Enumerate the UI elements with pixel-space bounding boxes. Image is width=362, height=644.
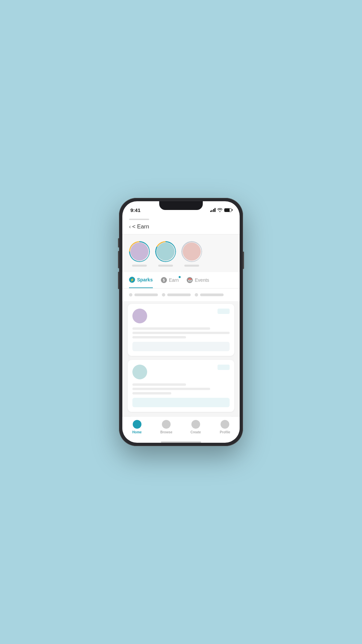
filter-chip-2[interactable]	[162, 293, 191, 297]
back-chevron-icon: ‹	[129, 224, 131, 230]
card-1-line-3	[132, 336, 186, 338]
volume-down-button	[118, 272, 119, 289]
signal-bar-3	[213, 209, 214, 212]
create-nav-label: Create	[190, 430, 201, 434]
filter-dot-1	[129, 293, 132, 297]
battery-icon	[224, 208, 232, 212]
battery-fill	[225, 209, 230, 212]
home-nav-icon	[133, 420, 141, 429]
story-avatar-inner-2	[157, 243, 175, 261]
tab-earn[interactable]: $ Earn	[161, 272, 179, 288]
signal-bar-2	[212, 210, 213, 212]
card-1-avatar	[132, 309, 147, 323]
card-2-line-3	[132, 392, 171, 394]
page-title: < Earn	[132, 223, 149, 230]
cards-container	[122, 301, 240, 416]
tab-events-label: Events	[195, 277, 209, 283]
card-1-line-1	[132, 327, 210, 330]
card-1-lines	[132, 327, 230, 338]
tab-events[interactable]: 📅 Events	[187, 272, 209, 288]
card-2-lines	[132, 383, 230, 394]
filter-chip-3[interactable]	[195, 293, 224, 297]
wifi-icon	[217, 208, 223, 212]
filter-dot-2	[162, 293, 165, 297]
browse-nav-label: Browse	[160, 430, 172, 434]
create-nav-icon	[191, 420, 200, 429]
profile-nav-icon	[221, 420, 229, 429]
story-label-2	[158, 265, 173, 267]
tabs-container: ⚡ Sparks $ Earn 📅 Events	[122, 272, 240, 288]
back-navigation[interactable]: ‹ < Earn	[129, 223, 233, 230]
card-2[interactable]	[128, 360, 234, 412]
home-nav-label: Home	[132, 430, 142, 434]
card-2-line-1	[132, 383, 186, 386]
card-2-action[interactable]	[132, 398, 230, 407]
card-1-line-2	[132, 332, 230, 334]
nav-home[interactable]: Home	[122, 420, 152, 434]
card-2-top	[132, 365, 230, 379]
nav-create[interactable]: Create	[181, 420, 210, 434]
card-1[interactable]	[128, 304, 234, 356]
phone-frame: 9:41	[119, 198, 243, 446]
card-1-top	[132, 309, 230, 323]
status-icons	[210, 208, 232, 212]
breadcrumb-line	[129, 219, 149, 220]
profile-nav-label: Profile	[220, 430, 230, 434]
story-label-1	[132, 265, 147, 267]
events-icon: 📅	[187, 277, 193, 283]
power-button	[243, 252, 244, 269]
status-time: 9:41	[130, 207, 140, 213]
side-buttons-left	[118, 238, 119, 289]
story-avatar-3	[181, 241, 202, 262]
nav-browse[interactable]: Browse	[152, 420, 181, 434]
story-label-3	[184, 265, 199, 267]
earn-icon: $	[161, 277, 167, 283]
sparks-icon: ⚡	[129, 277, 135, 283]
story-avatar-1	[129, 241, 150, 262]
filter-chip-1[interactable]	[129, 293, 158, 297]
story-item-3[interactable]	[181, 241, 202, 267]
filter-row	[122, 288, 240, 301]
tab-sparks[interactable]: ⚡ Sparks	[129, 272, 153, 288]
screen-content: ‹ < Earn	[122, 216, 240, 416]
card-1-action[interactable]	[132, 342, 230, 351]
filter-text-3	[200, 293, 224, 296]
earn-notification-dot	[179, 276, 181, 278]
filter-text-2	[167, 293, 191, 296]
phone-screen: 9:41	[122, 201, 240, 443]
header: ‹ < Earn	[122, 216, 240, 234]
browse-nav-icon	[162, 420, 171, 429]
notch	[159, 201, 203, 210]
bottom-nav: Home Browse Create Profile	[122, 416, 240, 439]
filter-text-1	[134, 293, 158, 296]
volume-up-button	[118, 251, 119, 268]
stories-row	[122, 234, 240, 272]
story-item-2[interactable]	[155, 241, 176, 267]
story-avatar-inner-3	[183, 243, 201, 261]
silent-switch	[118, 238, 119, 248]
filter-dot-3	[195, 293, 198, 297]
signal-icon	[210, 208, 216, 212]
card-2-badge	[218, 365, 230, 370]
card-1-badge	[218, 309, 230, 314]
nav-profile[interactable]: Profile	[210, 420, 240, 434]
side-buttons-right	[243, 252, 244, 269]
home-indicator	[161, 441, 201, 443]
tab-earn-label: Earn	[169, 277, 179, 283]
signal-bar-1	[210, 211, 211, 212]
story-avatar-inner-1	[130, 243, 148, 261]
tab-sparks-label: Sparks	[137, 277, 153, 282]
story-avatar-2	[155, 241, 176, 262]
card-2-avatar	[132, 365, 147, 379]
signal-bar-4	[215, 208, 216, 212]
card-2-line-2	[132, 388, 210, 390]
story-item-1[interactable]	[129, 241, 150, 267]
